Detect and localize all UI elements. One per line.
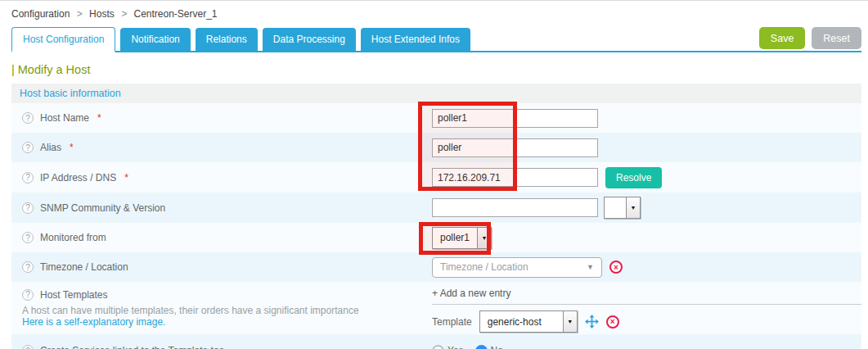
dropdown-arrow-icon: ▼ (587, 263, 594, 271)
template-select[interactable]: generic-host ▼ (479, 310, 578, 333)
divider (432, 304, 861, 305)
breadcrumb-hosts[interactable]: Hosts (89, 8, 115, 20)
create-services-label: Create Services linked to the Template t… (40, 345, 224, 349)
dropdown-arrow-icon: ▼ (563, 311, 577, 332)
monitored-from-select[interactable]: poller1 ▼ (432, 227, 492, 249)
delete-template-icon[interactable]: × (606, 315, 619, 329)
save-button[interactable]: Save (759, 27, 806, 49)
help-icon[interactable]: ? (22, 289, 34, 301)
host-name-input[interactable] (432, 109, 598, 128)
tab-data-processing[interactable]: Data Processing (263, 28, 356, 51)
reset-button[interactable]: Reset (812, 27, 861, 49)
snmp-label: SNMP Community & Version (40, 202, 165, 214)
template-label: Template (432, 316, 472, 328)
breadcrumb-separator: > (77, 8, 83, 20)
ip-address-label: IP Address / DNS (40, 172, 116, 184)
form-actions: Save Reset (759, 27, 861, 49)
help-icon[interactable]: ? (22, 202, 34, 214)
row-create-services: ? Create Services linked to the Template… (11, 334, 861, 349)
row-ip-address: ? IP Address / DNS * Resolve (11, 162, 861, 193)
dropdown-arrow-icon: ▼ (477, 228, 491, 248)
help-icon[interactable]: ? (22, 142, 34, 153)
alias-label: Alias (40, 142, 61, 153)
snmp-community-input[interactable] (432, 198, 598, 217)
help-icon[interactable]: ? (22, 172, 34, 184)
help-icon[interactable]: ? (22, 261, 34, 273)
add-new-entry-button[interactable]: + Add a new entry (432, 288, 861, 299)
monitored-from-value: poller1 (433, 228, 477, 248)
page-title: | Modify a Host (11, 63, 857, 76)
required-asterisk: * (70, 142, 74, 153)
help-icon[interactable]: ? (22, 345, 34, 349)
no-radio-label: No (491, 345, 503, 349)
create-services-yes-radio[interactable] (432, 345, 444, 349)
snmp-version-select[interactable]: ▼ (604, 197, 641, 219)
host-name-label: Host Name (40, 112, 89, 124)
row-host-name: ? Host Name * (11, 103, 861, 133)
tab-strip: Host Configuration Notification Relation… (11, 27, 861, 52)
template-value: generic-host (480, 311, 563, 332)
tab-notification[interactable]: Notification (120, 28, 190, 51)
breadcrumb-configuration[interactable]: Configuration (11, 8, 70, 20)
host-templates-note: A host can have multiple templates, thei… (22, 305, 416, 316)
row-snmp: ? SNMP Community & Version ▼ (11, 193, 861, 223)
move-arrows-icon (585, 315, 599, 329)
timezone-label: Timezone / Location (40, 261, 128, 273)
monitored-from-label: Monitored from (40, 232, 106, 243)
timezone-placeholder: Timezone / Location (440, 261, 528, 273)
required-asterisk: * (97, 112, 101, 124)
snmp-version-value (605, 197, 626, 218)
row-host-templates: ? Host Templates A host can have multipl… (11, 282, 861, 334)
self-explanatory-image-link[interactable]: Here is a self-explanatory image. (22, 316, 165, 328)
host-templates-label: Host Templates (40, 289, 107, 301)
ip-address-input[interactable] (432, 168, 598, 187)
create-services-no-radio[interactable] (475, 345, 488, 349)
clear-timezone-icon[interactable]: × (609, 261, 623, 274)
yes-radio-label: Yes (447, 345, 464, 349)
section-header-host-basic-information: Host basic information (11, 84, 861, 103)
help-icon[interactable]: ? (22, 112, 34, 124)
breadcrumb-current-host: Centreon-Server_1 (133, 8, 217, 20)
resolve-button[interactable]: Resolve (605, 167, 662, 188)
breadcrumb: Configuration > Hosts > Centreon-Server_… (0, 1, 868, 25)
dropdown-arrow-icon: ▼ (626, 197, 640, 218)
move-template-icon[interactable] (585, 315, 599, 329)
host-form: ? Host Name * ? Alias * ? IP Address / D… (11, 103, 861, 349)
timezone-select[interactable]: Timezone / Location ▼ (432, 257, 602, 278)
row-alias: ? Alias * (11, 133, 861, 162)
row-timezone: ? Timezone / Location Timezone / Locatio… (11, 252, 861, 282)
tab-host-configuration[interactable]: Host Configuration (11, 27, 115, 52)
tab-bar: Host Configuration Notification Relation… (11, 27, 861, 52)
breadcrumb-separator: > (121, 8, 127, 20)
help-icon[interactable]: ? (22, 232, 34, 243)
alias-input[interactable] (432, 138, 598, 157)
required-asterisk: * (124, 172, 128, 184)
tab-host-extended-infos[interactable]: Host Extended Infos (361, 28, 470, 51)
row-monitored-from: ? Monitored from poller1 ▼ (11, 223, 861, 252)
tab-relations[interactable]: Relations (196, 28, 258, 51)
